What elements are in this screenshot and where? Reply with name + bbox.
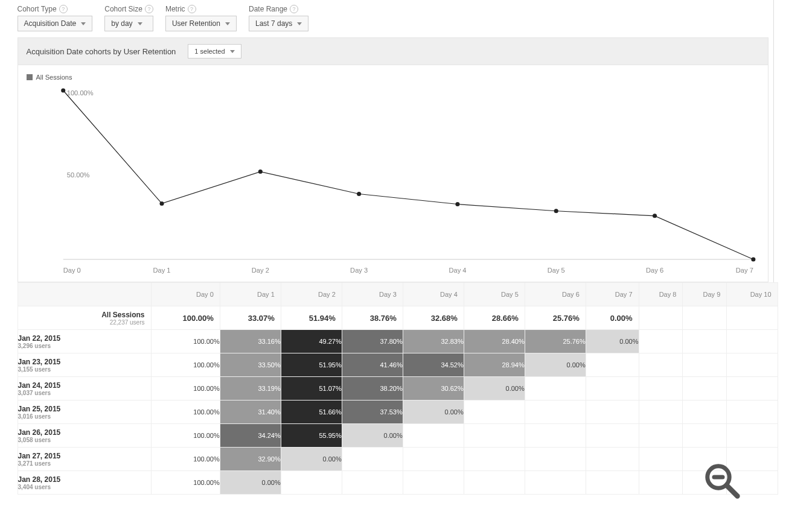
svg-point-13 [258, 169, 262, 174]
svg-point-17 [653, 214, 657, 218]
table-row: Jan 26, 20153,058 users100.00%34.24%55.9… [18, 424, 778, 448]
table-row: Jan 25, 20153,016 users100.00%31.40%51.6… [18, 401, 778, 424]
svg-text:Day 6: Day 6 [646, 267, 663, 274]
svg-point-11 [61, 89, 65, 93]
svg-point-18 [751, 258, 755, 262]
chevron-down-icon [225, 22, 230, 25]
date-range-label: Date Range ? [249, 5, 308, 13]
help-icon[interactable]: ? [290, 5, 298, 13]
table-row: Jan 22, 20153,296 users100.00%33.16%49.2… [18, 330, 778, 353]
zoom-out-button[interactable] [701, 460, 744, 495]
svg-point-14 [357, 192, 361, 196]
column-header: Day 5 [464, 283, 525, 306]
legend-swatch [27, 74, 33, 80]
svg-text:Day 5: Day 5 [547, 267, 564, 274]
table-row: Jan 24, 20153,037 users100.00%33.19%51.0… [18, 377, 778, 401]
table-row: Jan 27, 20153,271 users100.00%32.90%0.00… [18, 448, 778, 471]
retention-line-chart: 100.00%50.00%Day 0Day 1Day 2Day 3Day 4Da… [27, 84, 759, 277]
column-header: Day 8 [639, 283, 683, 306]
chevron-down-icon [230, 50, 235, 53]
column-header: Day 0 [151, 283, 220, 306]
legend-item: All Sessions [27, 74, 759, 81]
cohort-size-dropdown[interactable]: by day [104, 16, 153, 31]
svg-point-12 [159, 201, 164, 206]
metric-label: Metric ? [165, 5, 237, 13]
series-selector-dropdown[interactable]: 1 selected [188, 44, 241, 59]
date-range-dropdown[interactable]: Last 7 days [249, 16, 308, 31]
chevron-down-icon [138, 22, 142, 25]
column-header: Day 2 [281, 283, 342, 306]
controls-row: Cohort Type ? Acquisition Date Cohort Si… [13, 5, 773, 37]
column-header: Day 4 [403, 283, 464, 306]
svg-text:Day 3: Day 3 [350, 267, 368, 274]
svg-text:Day 0: Day 0 [63, 267, 80, 274]
chart-panel: Acquisition Date cohorts by User Retenti… [18, 37, 768, 282]
summary-row: All Sessions22,237 users100.00%33.07%51.… [18, 306, 778, 330]
column-header: Day 10 [727, 283, 778, 306]
column-header: Day 3 [342, 283, 403, 306]
svg-text:50.00%: 50.00% [66, 171, 89, 179]
cohort-size-label: Cohort Size ? [104, 5, 153, 13]
svg-line-21 [727, 486, 738, 495]
cohort-type-dropdown[interactable]: Acquisition Date [18, 16, 93, 31]
column-header: Day 6 [525, 283, 586, 306]
cohort-table: Day 0Day 1Day 2Day 3Day 4Day 5Day 6Day 7… [18, 282, 778, 495]
help-icon[interactable]: ? [188, 5, 196, 13]
help-icon[interactable]: ? [145, 5, 153, 13]
svg-text:Day 7: Day 7 [735, 267, 753, 274]
chevron-down-icon [297, 22, 302, 25]
svg-text:Day 2: Day 2 [251, 267, 269, 274]
column-header: Day 9 [683, 283, 727, 306]
table-row: Jan 23, 20153,155 users100.00%33.50%51.9… [18, 353, 778, 377]
svg-point-15 [455, 202, 459, 206]
panel-title: Acquisition Date cohorts by User Retenti… [27, 47, 176, 56]
svg-point-16 [554, 209, 558, 213]
metric-dropdown[interactable]: User Retention [165, 16, 237, 31]
svg-text:100.00%: 100.00% [66, 89, 93, 97]
help-icon[interactable]: ? [59, 5, 68, 13]
svg-text:Day 4: Day 4 [449, 267, 466, 274]
table-row: Jan 28, 20153,404 users100.00%0.00% [18, 471, 778, 495]
svg-text:Day 1: Day 1 [153, 267, 170, 274]
cohort-type-label: Cohort Type ? [18, 5, 93, 13]
chevron-down-icon [81, 22, 86, 25]
column-header: Day 1 [220, 283, 281, 306]
column-header: Day 7 [586, 283, 639, 306]
